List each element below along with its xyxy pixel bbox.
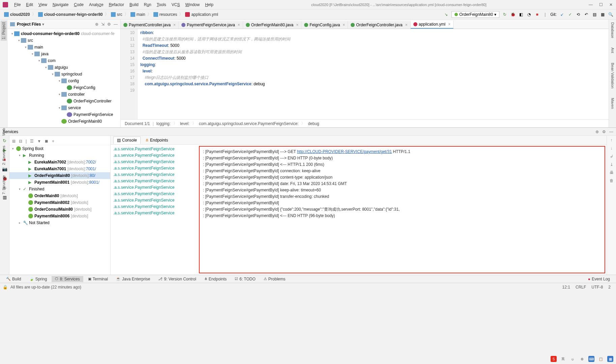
editor-tab[interactable]: PaymentFeignService.java× [179, 21, 243, 29]
tab-ant[interactable]: Ant [610, 46, 615, 55]
service-finished-item[interactable]: PaymentMain8006[devtools] [9, 213, 110, 219]
btab-terminal[interactable]: ▣ Terminal [85, 276, 111, 282]
editor-tab[interactable]: OrderFeignMain80.java× [243, 21, 301, 29]
menu-view[interactable]: View [36, 2, 50, 7]
editor-tab[interactable]: PaymentController.java× [121, 21, 179, 29]
code-editor[interactable]: ribbon: #指的是建立连接所用的时间，适用于网络状况正常的情况下，两端连接… [138, 29, 609, 119]
tab-database[interactable]: Database [610, 21, 615, 39]
tray-settings-icon[interactable]: ⚙ [579, 356, 585, 362]
editor-tab[interactable]: application.yml× [411, 21, 453, 29]
print-icon[interactable]: 🖶 [610, 170, 614, 175]
git-history-icon[interactable]: ⟲ [576, 12, 581, 17]
settings-gear-icon[interactable]: ⚙ [107, 22, 111, 27]
service-finished-item[interactable]: PaymentMain8002[devtools] [9, 199, 110, 206]
breadcrumb[interactable]: application.yml [184, 12, 219, 17]
git-commit-icon[interactable]: ✓ [567, 12, 573, 17]
btab-spring[interactable]: 🍃 Spring [26, 276, 51, 282]
menu-run[interactable]: Run [141, 2, 154, 7]
btab-eventlog[interactable]: ● Event Log [585, 276, 613, 282]
git-pull-icon[interactable]: ↙ [559, 12, 565, 17]
search-everywhere-icon[interactable]: 🔍 [608, 12, 613, 17]
btab-build[interactable]: 🔨 Build [3, 276, 25, 282]
menu-code[interactable]: Code [71, 2, 86, 7]
tray-smiley-icon[interactable]: ☺ [569, 356, 576, 362]
service-finished-item[interactable]: OrderMain80[devtools] [9, 192, 110, 199]
coverage-button[interactable]: ◧ [518, 12, 524, 17]
services-tree[interactable]: ⊞ ⊟ | ☰ ▼ ⏹ + ▾Spring Boot ▾▶Running ▶Eu… [9, 136, 111, 275]
stop-button[interactable]: ■ [534, 12, 540, 17]
scroll-end-icon[interactable]: ⤓ [610, 162, 613, 167]
minimize-button[interactable]: — [588, 2, 593, 7]
tab-structure[interactable]: 7: Structure [2, 175, 6, 194]
line-separator[interactable]: CRLF [573, 285, 589, 290]
project-tree[interactable]: ▾cloud-consumer-feign-order80cloud-consu… [7, 29, 120, 127]
hide-panel-icon[interactable]: — [114, 22, 118, 27]
tab-bean-validation[interactable]: Bean Validation [610, 61, 615, 90]
close-tab-icon[interactable]: × [173, 23, 176, 27]
ime-icon[interactable]: S [551, 356, 557, 362]
project-structure-icon[interactable]: ▤ [592, 12, 597, 17]
group-icon[interactable]: ☰ [30, 139, 34, 144]
menu-edit[interactable]: Edit [23, 2, 36, 7]
breadcrumb[interactable]: resources [152, 12, 179, 17]
tray-clipboard-icon[interactable]: 📋 [598, 356, 604, 362]
close-tab-icon[interactable]: × [343, 23, 345, 27]
build-hammer-icon[interactable]: ↘ [443, 12, 449, 17]
breadcrumb[interactable]: cloud2020 [3, 12, 31, 17]
close-tab-icon[interactable]: × [405, 23, 408, 27]
tab-maven[interactable]: Maven [610, 96, 615, 110]
expand-all-icon[interactable]: ⊞ [12, 139, 16, 144]
locate-icon[interactable]: ⊕ [95, 22, 98, 27]
close-tab-icon[interactable]: × [296, 23, 298, 27]
btab-todo[interactable]: ☑ 6: TODO [231, 276, 259, 282]
project-view-selector[interactable]: Project Files [17, 22, 41, 27]
debug-button[interactable]: 🐞 [510, 12, 516, 17]
down-icon[interactable]: ↓ [611, 146, 613, 151]
close-tab-icon[interactable]: × [238, 23, 240, 27]
hide-panel-icon[interactable]: — [609, 129, 613, 134]
filter-icon[interactable]: ▼ [37, 139, 41, 144]
locate-icon[interactable]: ⊕ [595, 129, 599, 134]
tab-endpoints[interactable]: ⋔Endpoints [142, 137, 171, 144]
console-output[interactable]: .a.s.service.PaymentFeignService.a.s.ser… [111, 145, 607, 275]
menu-window[interactable]: Window [182, 2, 202, 7]
run-config-selector[interactable]: OrderFeignMain80 ▾ [451, 11, 499, 18]
add-icon[interactable]: + [52, 139, 54, 144]
service-run-item[interactable]: ▶OrderFeignMain80[devtools] :80/ [9, 172, 110, 179]
btab-endpoints[interactable]: ⋔ Endpoints [201, 276, 230, 282]
collapse-all-icon[interactable]: ⊟ [19, 139, 22, 144]
menu-file[interactable]: File [11, 2, 23, 7]
menu-refactor[interactable]: Refactor [106, 2, 127, 7]
wrap-icon[interactable]: ↲ [610, 154, 613, 159]
service-run-item[interactable]: ▶PaymentMain8001[devtools] :8001/ [9, 179, 110, 186]
up-icon[interactable]: ↑ [611, 138, 613, 143]
service-finished-item[interactable]: OrderConsulMain80[devtools] [9, 206, 110, 213]
file-encoding[interactable]: UTF-8 [589, 285, 606, 290]
btab-javaee[interactable]: ☕ Java Enterprise [113, 276, 153, 282]
breadcrumb[interactable]: cloud-consumer-feign-order80 [37, 12, 104, 17]
menu-help[interactable]: Help [202, 2, 216, 7]
menu-build[interactable]: Build [127, 2, 141, 7]
menu-tools[interactable]: Tools [154, 2, 169, 7]
tab-console[interactable]: ▤Console [113, 136, 141, 144]
breadcrumb[interactable]: src [110, 12, 124, 17]
menu-navigate[interactable]: Navigate [50, 2, 71, 7]
settings-gear-icon[interactable]: ⚙ [602, 129, 606, 134]
collapse-all-icon[interactable]: ⇲ [101, 22, 105, 27]
tab-favorites[interactable]: 2: Favorites [2, 146, 6, 165]
btab-services[interactable]: ⎔ 8: Services [52, 276, 83, 282]
tray-english-icon[interactable]: 英 [560, 356, 566, 362]
tab-web[interactable]: Web [2, 128, 6, 135]
maximize-button[interactable]: ☐ [598, 2, 603, 7]
breadcrumb[interactable]: main [129, 12, 147, 17]
service-run-item[interactable]: ▶EurekaMain7002[devtools] :7002/ [9, 159, 110, 165]
caret-position[interactable]: 12:1 [560, 285, 573, 290]
clear-icon[interactable]: 🗑 [610, 178, 614, 183]
menu-analyze[interactable]: Analyze [86, 2, 106, 7]
layout-icon[interactable]: ▥ [2, 194, 7, 200]
git-revert-icon[interactable]: ↶ [584, 12, 589, 17]
editor-tab[interactable]: OrderFeignController.java× [348, 21, 410, 29]
tab-project[interactable]: 1: Project [1, 21, 7, 41]
btab-problems[interactable]: ⚠ Problems [260, 276, 289, 282]
menu-vcs[interactable]: VCS [169, 2, 183, 7]
